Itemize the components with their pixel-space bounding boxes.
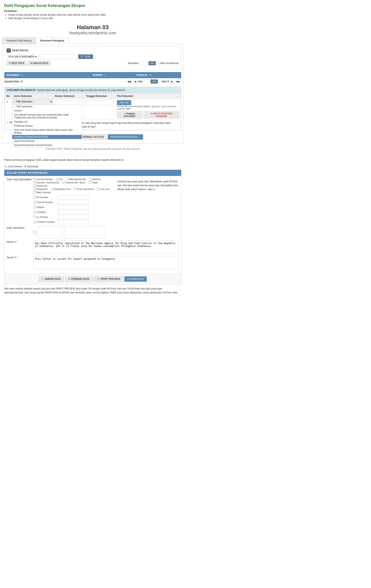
sort-dokumen-icon[interactable]: ▼▲ (20, 74, 23, 76)
cb-exporter[interactable]: Exporter / Exported By (33, 181, 59, 184)
cb-license-number[interactable]: License Number (33, 178, 53, 180)
option-proforma[interactable]: Proforma Invoice (12, 124, 82, 128)
search-input[interactable] (40, 54, 77, 59)
cari-button[interactable]: 🔍 CARI (78, 54, 93, 59)
narasi2-value[interactable]: This letter is issued for export purpose… (33, 256, 179, 270)
hapus-data-button[interactable]: ✕ HAPUS DATA (28, 61, 51, 66)
page-go-button[interactable]: GO (151, 79, 158, 84)
option-sertifikat[interactable]: Sertifikat CPOB/CPOTB/CPKB (12, 135, 82, 139)
narasi2-row: Narasi 2 * This letter is issued for exp… (7, 256, 179, 270)
print-preview-button[interactable]: 🔍 PRINT PREVIEW (94, 276, 123, 282)
cb-for[interactable]: For (56, 178, 63, 180)
cb-shipper[interactable] (33, 206, 36, 208)
cb-to-be-exported[interactable]: To be exported to (73, 188, 94, 190)
cb-invoice-no[interactable]: Invoice No (33, 185, 47, 187)
cb-destination[interactable]: Destination (33, 188, 48, 190)
sort-tanggal-icon[interactable]: ▼▲ (149, 74, 152, 76)
option-invoice[interactable]: Invoice (12, 109, 82, 113)
narasi1-value[interactable]: has been officially registered in The Na… (33, 241, 179, 254)
cb-container-number[interactable] (33, 221, 36, 223)
narasi2-textarea[interactable]: This letter is issued for export purpose… (33, 256, 179, 269)
row-tanggal-dokumen[interactable] (84, 99, 115, 120)
mail-icon: ✉ (127, 278, 129, 281)
download-button[interactable]: ⬇ Download (24, 165, 38, 168)
dokumen-dropdown[interactable]: DOKUMEN (21, 55, 37, 58)
kirim-data-button[interactable]: ✉ KIRIM DATA (124, 276, 147, 282)
hapus-dokumen-terakhir-button[interactable]: ✕ HAPUS DOKUMEN TERAKHIR (144, 111, 179, 118)
edit-data-button[interactable]: ✎ EDIT DATA (7, 61, 26, 66)
option-pilih-dokumen[interactable]: -- Pilih Dokumen -- (12, 105, 82, 109)
tanggal-dokumen-input[interactable] (86, 100, 113, 105)
option-surat-format-khusus[interactable]: Surat Permohonan Format Khusus (12, 143, 82, 147)
cb-imported-by[interactable]: Imported By / Buyer (62, 181, 86, 184)
data-tambahan-checkbox[interactable] (33, 226, 36, 239)
perbaiki-data-button[interactable]: ✎ PERBAIKI DATA (65, 276, 93, 282)
from-m-number-input[interactable] (58, 200, 88, 204)
jumlah-data-label: Jumlah Data : 0 (4, 80, 22, 83)
sort-nomor-icon[interactable]: ▼▲ (103, 74, 106, 76)
search-title-row: 🔍 PENCARIAN (7, 48, 179, 52)
option-surat-permohonan[interactable]: Surat Permohonan (12, 139, 82, 143)
row-jenis-dokumen[interactable]: -- Pilih Dokumen -- -- Pilih Dokumen -- … (12, 99, 53, 120)
cb-origin[interactable]: Origin (89, 181, 98, 184)
data-tambahan-textarea[interactable] (65, 226, 106, 239)
kolom-sk-body: Data Yang Ditampilkan * License Number F… (4, 176, 181, 274)
perhatikan-item-1: Harap isi data dengan benar sesuai denga… (8, 13, 181, 16)
next-page-button[interactable]: ▶ (170, 80, 174, 84)
checkbox-row3: Destination Destination Port To be expor… (33, 188, 113, 190)
last-page-button[interactable]: ▶▶ (175, 80, 181, 84)
pilih-dokumen-select[interactable]: -- Pilih Dokumen -- (12, 99, 53, 104)
dokumen-select-wrapper[interactable]: DOKUMEN DOKUMEN (7, 54, 39, 59)
data-tambahan-text-input[interactable] (38, 226, 63, 239)
lihat-icon: 🔍 (4, 165, 7, 168)
data-ditampilkan-value: License Number For Manufactured By Addre… (33, 178, 113, 194)
lc-number-input[interactable] (58, 215, 88, 219)
col-file-dokumen: File Dokumen (115, 94, 181, 99)
cb-manufactured-by[interactable]: Manufactured By (66, 178, 86, 180)
consigne-input[interactable] (58, 210, 88, 214)
col-no: No. (5, 94, 12, 99)
option-packing-list[interactable]: Packing List (12, 120, 82, 124)
arrow-right-icon-btn: → (138, 136, 141, 138)
tambah-dokumen-button[interactable]: + TAMBAH DOKUMEN (117, 111, 142, 118)
col-jenis-dokumen: Jenis Dokumen (12, 94, 53, 99)
data-ditampilkan-row: Data Yang Ditampilkan * License Number F… (7, 178, 179, 194)
cb-from-m-number[interactable] (33, 201, 36, 203)
cb-lc-number[interactable] (33, 216, 36, 218)
data-tambahan-inputs (33, 226, 179, 239)
tab-dokumen-pelengkap[interactable]: Dokumen Pelengkap (36, 37, 69, 44)
action-right: Tampilkan 5 GO → Data Perhalaman (128, 61, 179, 65)
pilih-dokumen-wrapper[interactable]: -- Pilih Dokumen -- -- Pilih Dokumen -- … (12, 99, 53, 104)
tampilkan-input[interactable]: 5 (140, 61, 148, 65)
pilih-file-button[interactable]: Pilih File (117, 100, 131, 105)
container-number-row: Container Number (33, 220, 179, 224)
shipper-input[interactable] (58, 205, 88, 209)
cb-address[interactable]: Address (90, 178, 101, 180)
narasi1-textarea[interactable]: has been officially registered in The Na… (33, 241, 179, 254)
tab-pengisian-detil-barang[interactable]: Pengisian Detil Barang (2, 37, 36, 44)
go-button[interactable]: GO (149, 61, 156, 65)
cb-consigne[interactable] (33, 211, 36, 213)
download-icon: ⬇ (24, 165, 26, 168)
po-number-input[interactable] (58, 195, 88, 199)
data-perhalaman-label: Data Perhalaman (160, 62, 179, 65)
cb-po-number[interactable] (33, 196, 36, 199)
cb-batch-number[interactable]: Batch Number (33, 191, 113, 194)
first-page-button[interactable]: ◀◀ (126, 80, 132, 84)
lihat-semua-button[interactable]: 🔍 Lihat Semua (4, 165, 22, 168)
option-izin-industri[interactable]: Izin Industri Farmasi atau Izin Industri… (12, 113, 82, 120)
kembali-ke-atas-button[interactable]: ↑ KEMBALI KE ATAS (78, 134, 107, 140)
simpan-data-button[interactable]: ✓ SIMPAN DATA (39, 276, 64, 282)
page-input[interactable] (144, 79, 150, 84)
cb-destination-port[interactable]: Destination Port (51, 188, 70, 190)
option-scan-asli[interactable]: Scan Asli Surat Kuasa dalam bentuk Akta … (12, 128, 82, 135)
dp-header: DOKUMEN PELENGKAP Upload dokumen pelengk… (4, 87, 181, 93)
watermark-section: Halaman 03 hiswiyaha.wordpress.com (0, 22, 186, 37)
prev-page-button[interactable]: ◀ (133, 80, 137, 84)
watermark-url: hiswiyaha.wordpress.com (0, 31, 186, 35)
row-file-dokumen: Pilih File Format file yang diizinkan ad… (115, 99, 181, 120)
cb-lain-lain[interactable]: Lain-Lain (97, 188, 110, 190)
container-number-input[interactable] (58, 220, 88, 224)
watermark-title: Halaman 03 (0, 24, 186, 31)
preview-pengajuan-button[interactable]: PREVIEW PENGAJUAN → (108, 134, 143, 140)
